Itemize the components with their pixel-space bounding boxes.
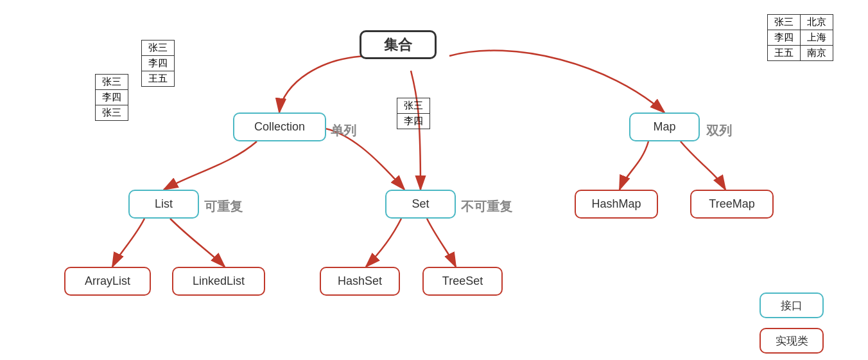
table-row: 张三 <box>96 75 128 90</box>
table-cell: 李四 <box>397 114 430 129</box>
node-hashmap: HashMap <box>575 190 658 219</box>
table-cell: 北京 <box>801 15 833 30</box>
table-cell: 张三 <box>142 40 175 56</box>
node-treemap-label: TreeMap <box>709 197 754 211</box>
node-root-label: 集合 <box>384 35 412 55</box>
table-top-right: 张三 北京 李四 上海 王五 南京 <box>767 14 833 61</box>
node-arraylist: ArrayList <box>64 267 151 296</box>
node-list: List <box>128 190 199 219</box>
table-cell: 张三 <box>96 75 128 90</box>
label-bukezhongfu: 不可重复 <box>461 198 512 215</box>
legend-impl-label: 实现类 <box>776 334 808 348</box>
node-map-label: Map <box>653 120 675 134</box>
table-middle: 张三 李四 <box>397 98 430 129</box>
table-row: 李四 上海 <box>768 30 833 46</box>
table-cell: 王五 <box>142 71 175 87</box>
table-cell: 王五 <box>768 46 801 61</box>
table-row: 张三 北京 <box>768 15 833 30</box>
legend-interface-label: 接口 <box>781 298 803 313</box>
table-cell: 张三 <box>768 15 801 30</box>
node-linkedlist: LinkedList <box>172 267 265 296</box>
table-row: 李四 <box>142 56 175 71</box>
node-collection: Collection <box>233 113 326 141</box>
table-row: 李四 <box>397 114 430 129</box>
node-treeset: TreeSet <box>422 267 503 296</box>
table-cell: 南京 <box>801 46 833 61</box>
table-row: 李四 <box>96 90 128 105</box>
diagram: 集合 Collection Map List Set HashMap TreeM… <box>0 0 868 360</box>
node-hashmap-label: HashMap <box>591 197 641 211</box>
table-cell: 李四 <box>96 90 128 105</box>
label-kezhongfu: 可重复 <box>204 198 243 215</box>
table-cell: 上海 <box>801 30 833 46</box>
node-linkedlist-label: LinkedList <box>193 274 245 288</box>
node-root: 集合 <box>360 30 437 59</box>
node-list-label: List <box>155 197 173 211</box>
node-set-label: Set <box>412 197 429 211</box>
table-cell: 张三 <box>397 98 430 114</box>
legend-impl: 实现类 <box>759 328 824 354</box>
table-cell: 李四 <box>768 30 801 46</box>
node-collection-label: Collection <box>254 120 305 134</box>
table-row: 张三 <box>142 40 175 56</box>
node-arraylist-label: ArrayList <box>85 274 130 288</box>
table-row: 张三 <box>397 98 430 114</box>
table-row: 王五 南京 <box>768 46 833 61</box>
legend-interface: 接口 <box>759 292 824 318</box>
table-stacked-1: 张三 李四 王五 <box>141 40 175 87</box>
label-shuanlie: 双列 <box>706 122 732 140</box>
node-map: Map <box>629 113 700 141</box>
node-hashset-label: HashSet <box>338 274 382 288</box>
table-cell: 张三 <box>96 105 128 121</box>
table-row: 张三 <box>96 105 128 121</box>
label-danlie: 单列 <box>331 122 356 140</box>
node-treemap: TreeMap <box>690 190 774 219</box>
node-treeset-label: TreeSet <box>442 274 483 288</box>
table-cell: 李四 <box>142 56 175 71</box>
table-stacked-2: 张三 李四 张三 <box>95 74 128 121</box>
table-row: 王五 <box>142 71 175 87</box>
node-hashset: HashSet <box>320 267 400 296</box>
node-set: Set <box>385 190 456 219</box>
